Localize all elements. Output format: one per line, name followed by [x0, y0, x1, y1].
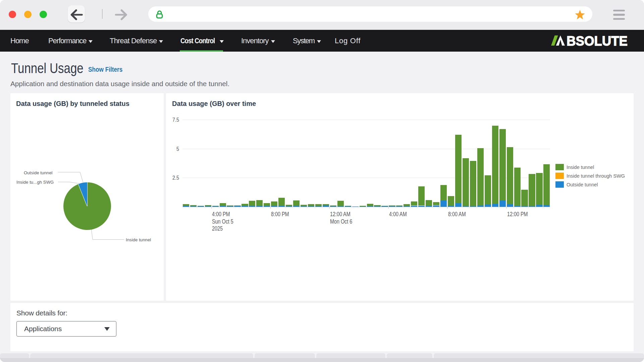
svg-text:BSOLUTE: BSOLUTE — [567, 35, 628, 46]
